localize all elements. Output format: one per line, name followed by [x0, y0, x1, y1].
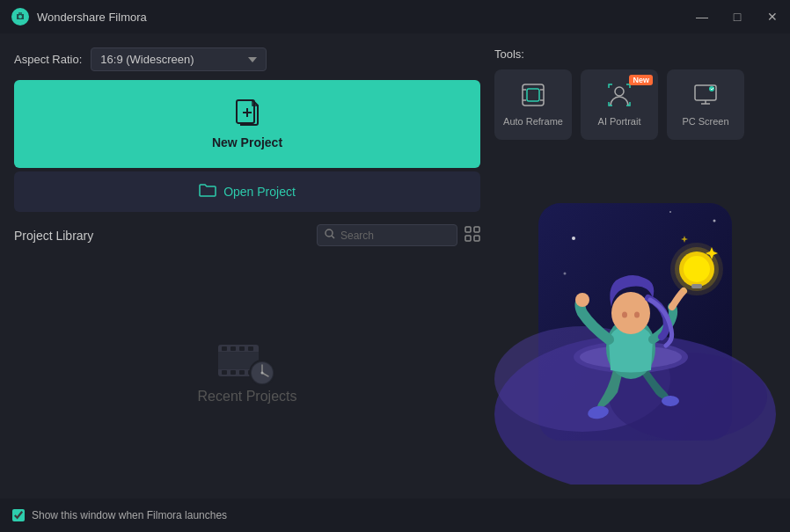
recent-projects-label: Recent Projects	[198, 389, 297, 404]
ai-portrait-icon	[607, 83, 632, 113]
svg-rect-8	[474, 227, 479, 232]
svg-point-25	[261, 371, 264, 374]
app-logo-icon	[11, 7, 30, 26]
search-box	[317, 224, 457, 246]
svg-rect-16	[222, 370, 227, 375]
window-controls: — □ ✕	[684, 0, 790, 33]
svg-point-1	[18, 15, 22, 18]
search-icon	[325, 229, 335, 242]
svg-point-5	[326, 230, 333, 237]
app-title: Wondershare Filmora	[37, 11, 147, 24]
svg-point-55	[713, 220, 716, 222]
new-project-button[interactable]: New Project	[14, 80, 480, 168]
svg-point-32	[615, 87, 624, 96]
left-panel: Aspect Ratio: 16:9 (Widescreen) 9:16 (Po…	[14, 47, 480, 485]
search-input[interactable]	[340, 230, 446, 242]
tool-pc-screen[interactable]: PC Screen	[667, 69, 744, 140]
svg-point-45	[575, 293, 589, 307]
main-content: Aspect Ratio: 16:9 (Widescreen) 9:16 (Po…	[0, 33, 790, 499]
svg-rect-27	[527, 89, 539, 101]
svg-point-54	[572, 237, 575, 240]
ai-portrait-label: AI Portrait	[598, 116, 641, 127]
svg-rect-10	[474, 236, 479, 241]
svg-rect-15	[248, 346, 253, 351]
svg-point-48	[634, 312, 640, 318]
aspect-ratio-label: Aspect Ratio:	[14, 53, 82, 66]
tool-auto-reframe[interactable]: Auto Reframe	[494, 69, 572, 140]
new-project-icon	[235, 99, 260, 132]
maximize-button[interactable]: □	[720, 0, 755, 33]
svg-point-59	[662, 396, 679, 406]
svg-rect-18	[239, 370, 245, 375]
svg-rect-26	[523, 84, 544, 106]
open-folder-icon	[199, 183, 216, 201]
close-button[interactable]: ✕	[755, 0, 790, 33]
bottom-bar: Show this window when Filmora launches	[0, 499, 790, 532]
tools-label: Tools:	[494, 47, 776, 61]
open-project-button[interactable]: Open Project	[14, 171, 480, 212]
svg-point-56	[669, 211, 671, 213]
aspect-ratio-select[interactable]: 16:9 (Widescreen) 9:16 (Portrait) 1:1 (S…	[91, 47, 267, 71]
minimize-button[interactable]: —	[684, 0, 720, 33]
svg-rect-9	[465, 236, 471, 241]
auto-reframe-icon	[521, 83, 545, 113]
svg-rect-14	[239, 346, 245, 351]
svg-rect-17	[230, 370, 236, 375]
pc-screen-label: PC Screen	[682, 116, 728, 127]
aspect-ratio-row: Aspect Ratio: 16:9 (Widescreen) 9:16 (Po…	[14, 47, 480, 71]
show-window-label[interactable]: Show this window when Filmora launches	[32, 509, 227, 521]
auto-reframe-label: Auto Reframe	[503, 116, 563, 127]
library-header: Project Library	[14, 224, 480, 246]
recent-projects-area: Recent Projects	[14, 255, 480, 485]
grid-view-toggle[interactable]	[464, 226, 480, 245]
svg-rect-12	[222, 346, 227, 351]
library-controls	[317, 224, 480, 246]
svg-line-6	[332, 236, 334, 238]
svg-point-46	[611, 292, 650, 334]
pc-screen-icon	[693, 83, 718, 113]
svg-point-57	[564, 273, 567, 275]
recent-projects-icon	[216, 336, 278, 389]
new-project-label: New Project	[212, 135, 282, 149]
show-window-checkbox[interactable]	[12, 509, 25, 521]
right-panel: Tools: Auto Reframe	[494, 47, 776, 485]
tool-ai-portrait[interactable]: New AI Portrait	[581, 69, 658, 140]
svg-rect-53	[691, 284, 702, 288]
new-badge: New	[629, 75, 653, 85]
titlebar: Wondershare Filmora — □ ✕	[0, 0, 790, 33]
tools-row: Auto Reframe New AI Portrait	[494, 69, 776, 140]
library-title: Project Library	[14, 229, 93, 243]
svg-rect-7	[465, 227, 471, 232]
svg-point-47	[622, 312, 627, 318]
svg-rect-13	[230, 346, 236, 351]
illustration	[494, 150, 776, 485]
svg-point-36	[709, 86, 714, 91]
open-project-label: Open Project	[223, 185, 296, 199]
